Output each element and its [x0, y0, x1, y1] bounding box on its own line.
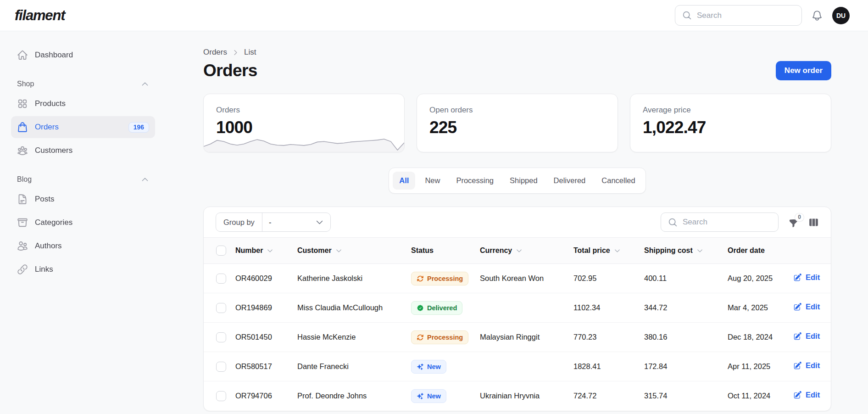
chevron-down-icon: [335, 247, 342, 254]
cell-status: Processing: [411, 264, 480, 293]
column-label: Total price: [573, 246, 610, 255]
table-row[interactable]: OR580517Dante FraneckiNew1828.41172.84Ap…: [204, 352, 831, 381]
tab-new[interactable]: New: [418, 172, 446, 190]
sidebar-group-shop[interactable]: Shop: [11, 80, 155, 88]
status-label: Delivered: [427, 304, 457, 312]
sidebar-group-label: Shop: [17, 80, 34, 88]
global-search-input[interactable]: [697, 11, 795, 20]
select-all-checkbox[interactable]: [216, 246, 226, 256]
breadcrumb-item-list: List: [244, 48, 256, 57]
cell-total-price: 770.23: [573, 323, 644, 352]
edit-label: Edit: [806, 391, 820, 399]
pencil-square-icon: [793, 273, 802, 282]
column-label: Customer: [297, 246, 332, 255]
edit-action[interactable]: Edit: [793, 302, 820, 311]
app-logo[interactable]: filament: [15, 7, 65, 24]
stats-overview: Orders1000Open orders225Average price1,0…: [203, 94, 831, 152]
sidebar-item-posts[interactable]: Posts: [11, 188, 155, 210]
table-search-input[interactable]: [683, 218, 771, 227]
edit-action[interactable]: Edit: [793, 273, 820, 282]
edit-action[interactable]: Edit: [793, 391, 820, 399]
sidebar-item-authors[interactable]: Authors: [11, 235, 155, 257]
group-by-select[interactable]: -: [262, 213, 330, 231]
archive-box-icon: [17, 217, 28, 228]
table-row[interactable]: OR460029Katherine JaskolskiProcessingSou…: [204, 264, 831, 293]
tab-delivered[interactable]: Delivered: [547, 172, 592, 190]
status-badge: Processing: [411, 272, 468, 285]
column-label: Number: [235, 246, 263, 255]
column-header-total-price[interactable]: Total price: [573, 238, 644, 264]
home-icon: [17, 50, 28, 61]
toggle-columns-button[interactable]: [808, 217, 819, 228]
tab-cancelled[interactable]: Cancelled: [595, 172, 641, 190]
sidebar-item-dashboard[interactable]: Dashboard: [11, 44, 155, 66]
sidebar-item-label: Customers: [35, 146, 72, 155]
breadcrumb-item-orders[interactable]: Orders: [203, 48, 227, 57]
filter-button[interactable]: 0: [789, 218, 798, 228]
stat-value: 225: [429, 118, 605, 137]
edit-label: Edit: [806, 273, 820, 282]
new-order-button[interactable]: New order: [776, 61, 831, 80]
table-row[interactable]: OR501450Hassie McKenzieProcessingMalaysi…: [204, 323, 831, 352]
column-header-customer[interactable]: Customer: [297, 238, 411, 264]
cell-currency: [480, 352, 573, 381]
table-search[interactable]: [661, 213, 779, 232]
cell-customer: Hassie McKenzie: [297, 323, 411, 352]
row-checkbox[interactable]: [216, 274, 226, 284]
column-header-order-date[interactable]: Order date: [728, 238, 793, 264]
group-by-control: Group by -: [216, 213, 331, 232]
tab-all[interactable]: All: [393, 172, 415, 190]
column-header-number[interactable]: Number: [235, 238, 297, 264]
stat-value: 1,022.47: [643, 118, 818, 137]
column-label: Currency: [480, 246, 512, 255]
users-icon: [17, 241, 28, 252]
column-header-status[interactable]: Status: [411, 238, 480, 264]
table-row[interactable]: OR794706Prof. Deondre JohnsNewUkrainian …: [204, 381, 831, 411]
status-label: Processing: [427, 275, 463, 282]
sidebar-item-categories[interactable]: Categories: [11, 212, 155, 234]
sidebar-group-label: Blog: [17, 175, 32, 184]
sidebar-item-label: Categories: [35, 218, 72, 227]
sidebar-item-products[interactable]: Products: [11, 93, 155, 115]
column-header-actions: [793, 238, 831, 264]
status-badge: Delivered: [411, 301, 462, 315]
column-header-currency[interactable]: Currency: [480, 238, 573, 264]
status-badge: Processing: [411, 330, 468, 344]
sidebar-group-blog[interactable]: Blog: [11, 175, 155, 184]
sidebar-item-label: Dashboard: [35, 50, 73, 60]
row-checkbox[interactable]: [216, 391, 226, 401]
sidebar-item-customers[interactable]: Customers: [11, 140, 155, 162]
row-checkbox[interactable]: [216, 303, 226, 313]
orders-sparkline-chart: [204, 136, 404, 152]
column-header-shipping-cost[interactable]: Shipping cost: [644, 238, 728, 264]
sidebar-item-label: Orders: [35, 123, 59, 132]
chevron-down-icon: [267, 247, 273, 254]
row-checkbox[interactable]: [216, 362, 226, 372]
notifications-button[interactable]: [811, 10, 823, 22]
edit-action[interactable]: Edit: [793, 332, 820, 341]
link-icon: [17, 264, 28, 275]
cell-customer: Prof. Deondre Johns: [297, 381, 411, 411]
cell-customer: Katherine Jaskolski: [297, 264, 411, 293]
pencil-square-icon: [793, 302, 802, 311]
sidebar-item-orders[interactable]: Orders196: [11, 116, 155, 138]
sidebar-item-label: Posts: [35, 195, 55, 204]
cell-status: Processing: [411, 323, 480, 352]
tab-processing[interactable]: Processing: [450, 172, 500, 190]
stat-card-open-orders: Open orders225: [417, 94, 618, 152]
user-avatar[interactable]: DU: [832, 7, 850, 24]
table-row[interactable]: OR194869Miss Claudia McCulloughDelivered…: [204, 293, 831, 323]
cell-total-price: 724.72: [573, 381, 644, 411]
edit-action[interactable]: Edit: [793, 361, 820, 370]
group-by-label: Group by: [216, 213, 262, 231]
chevron-right-icon: [232, 49, 239, 56]
global-search[interactable]: [675, 5, 802, 26]
stat-label: Open orders: [429, 106, 605, 115]
cell-number: OR501450: [235, 323, 297, 352]
cell-number: OR194869: [235, 293, 297, 323]
tab-shipped[interactable]: Shipped: [503, 172, 544, 190]
pencil-square-icon: [793, 332, 802, 341]
row-checkbox[interactable]: [216, 332, 226, 342]
sidebar-item-links[interactable]: Links: [11, 258, 155, 280]
stat-card-average-price: Average price1,022.47: [630, 94, 831, 152]
